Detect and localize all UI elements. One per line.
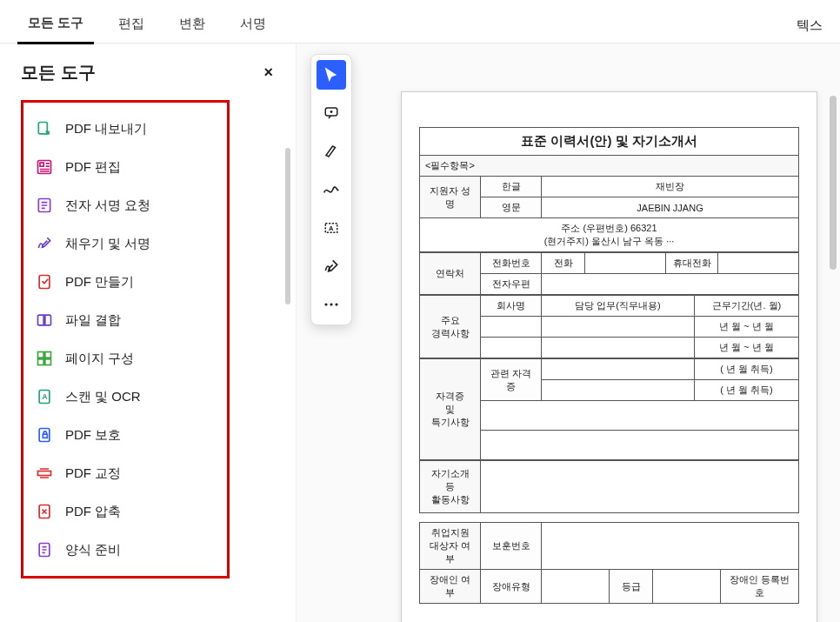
sidebar-title: 모든 도구 (21, 61, 96, 84)
cert-extra2 (481, 431, 799, 460)
mobile-val (718, 253, 799, 274)
svg-text:A: A (329, 224, 334, 232)
tool-item-esign[interactable]: 전자 서명 요청 (27, 186, 223, 224)
document-area: A 표준 이력서(안) 및 자기소개서 <필수항목> 지원자 성명 한글 재빈장… (296, 43, 840, 622)
esign-icon (36, 197, 53, 214)
fill-icon (36, 235, 53, 252)
tab-sign[interactable]: 서명 (230, 9, 277, 43)
close-icon[interactable]: × (263, 64, 273, 82)
tool-label: 페이지 구성 (65, 351, 134, 367)
addr2: (현거주지) 울산시 남구 옥동 ··· (544, 236, 675, 246)
tab-convert[interactable]: 변환 (169, 9, 216, 43)
document-page: 표준 이력서(안) 및 자기소개서 <필수항목> 지원자 성명 한글 재빈장 영… (401, 91, 817, 622)
disability-type-val (542, 570, 610, 604)
topbar-right-truncated[interactable]: 텍스 (797, 17, 823, 34)
tool-item-scan[interactable]: A스캔 및 OCR (27, 378, 223, 416)
doc-support-table: 취업지원 대상자 여부 보훈번호 장애인 여부 장애유형 등급 장애인 등록번호 (419, 522, 799, 604)
scan-icon: A (36, 388, 53, 405)
cert2 (542, 380, 695, 401)
disability-type: 장애유형 (481, 570, 542, 604)
disability-reg: 장애인 등록번호 (721, 570, 799, 604)
tool-item-organize[interactable]: 페이지 구성 (27, 339, 223, 378)
redact-icon (36, 465, 53, 482)
veteran-label: 보훈번호 (481, 523, 542, 570)
svg-rect-9 (38, 359, 44, 365)
select-tool-icon[interactable] (317, 60, 346, 90)
tool-label: PDF 만들기 (65, 274, 134, 291)
support-label: 취업지원 대상자 여부 (420, 523, 481, 570)
tool-item-fill[interactable]: 채우기 및 서명 (27, 224, 223, 263)
doc-contact-table: 연락처 전화번호 전화 휴대전화 전자우편 (419, 252, 799, 295)
addr1: 주소 (우편번호) 66321 (561, 223, 657, 233)
duty-label: 담당 업무(직무내용) (542, 296, 695, 317)
tool-label: 전자 서명 요청 (65, 197, 150, 214)
more-icon[interactable] (317, 290, 346, 319)
svg-rect-7 (38, 352, 44, 358)
duty2 (542, 338, 695, 358)
tool-item-compress[interactable]: PDF 압축 (27, 492, 223, 531)
add-comment-icon[interactable] (317, 98, 346, 128)
doc-title: 표준 이력서(안) 및 자기소개서 (419, 127, 799, 155)
floating-toolbar: A (310, 54, 352, 325)
tool-item-export[interactable]: PDF 내보내기 (27, 110, 223, 148)
form-icon (36, 541, 53, 558)
disability-label: 장애인 여부 (420, 570, 481, 604)
career-label: 주요 경력사항 (420, 296, 481, 358)
tab-edit[interactable]: 편집 (108, 9, 155, 43)
email-label: 전자우편 (481, 274, 542, 295)
topbar: 모든 도구 편집 변환 서명 텍스 (0, 0, 840, 43)
tab-all-tools[interactable]: 모든 도구 (17, 8, 94, 44)
sidebar: 모든 도구 × PDF 내보내기PDF 편집전자 서명 요청채우기 및 서명PD… (0, 43, 296, 622)
svg-rect-15 (38, 472, 51, 476)
sign-icon[interactable] (317, 251, 346, 281)
doc-name-table: 지원자 성명 한글 재빈장 영문 JAEBIN JJANG 주소 (우편번호) … (419, 176, 799, 252)
doc-career-table: 주요 경력사항 회사명 담당 업무(직무내용) 근무기간(년. 월) 년 월 ~… (419, 295, 799, 358)
disability-grade-val (653, 570, 721, 604)
text-box-icon[interactable]: A (317, 213, 346, 243)
tool-item-form[interactable]: 양식 준비 (27, 531, 223, 569)
tool-label: PDF 편집 (65, 159, 121, 176)
edit-icon (36, 158, 53, 176)
self-content (481, 461, 799, 513)
document-scrollbar[interactable] (830, 96, 837, 270)
tool-label: PDF 압축 (65, 504, 121, 520)
tool-label: 채우기 및 서명 (65, 236, 150, 252)
doc-required-header: <필수항목> (419, 155, 799, 176)
duty1 (542, 317, 695, 338)
mobile-label: 휴대전화 (666, 253, 718, 274)
self-label: 자기소개 등 활동사항 (420, 461, 481, 513)
company1 (481, 317, 542, 338)
tool-label: PDF 보호 (65, 427, 121, 444)
company2 (481, 338, 542, 358)
cert-acq1: ( 년 월 취득) (695, 359, 799, 380)
en-name: JAEBIN JJANG (542, 197, 799, 218)
tool-item-create[interactable]: PDF 만들기 (27, 263, 223, 301)
svg-point-22 (330, 303, 332, 305)
cert-label: 자격증 및 특기사항 (420, 359, 481, 460)
cert1 (542, 359, 695, 380)
phone-label: 전화번호 (481, 253, 542, 274)
organize-icon (36, 350, 53, 367)
compress-icon (36, 503, 53, 520)
tool-item-redact[interactable]: PDF 교정 (27, 454, 223, 492)
draw-freehand-icon[interactable] (317, 175, 346, 204)
address-block: 주소 (우편번호) 66321 (현거주지) 울산시 남구 옥동 ··· (420, 218, 799, 252)
svg-point-23 (335, 303, 337, 305)
home-label: 전화 (542, 253, 585, 274)
protect-icon (36, 426, 53, 444)
create-icon (36, 273, 53, 291)
period-label: 근무기간(년. 월) (695, 296, 799, 317)
period1: 년 월 ~ 년 월 (695, 317, 799, 338)
tool-item-edit[interactable]: PDF 편집 (27, 148, 223, 186)
doc-cert-table: 자격증 및 특기사항 관련 자격증 ( 년 월 취득) ( 년 월 취득) (419, 358, 799, 460)
tool-item-combine[interactable]: 파일 결합 (27, 301, 223, 339)
svg-rect-4 (39, 276, 50, 289)
tool-label: 양식 준비 (65, 542, 121, 558)
ko-name: 재빈장 (542, 177, 799, 197)
tool-item-protect[interactable]: PDF 보호 (27, 416, 223, 454)
highlight-icon[interactable] (317, 137, 346, 166)
svg-text:A: A (43, 392, 48, 401)
tool-label: 파일 결합 (65, 312, 121, 329)
sidebar-scrollbar[interactable] (285, 148, 290, 304)
tool-label: PDF 내보내기 (65, 121, 147, 137)
